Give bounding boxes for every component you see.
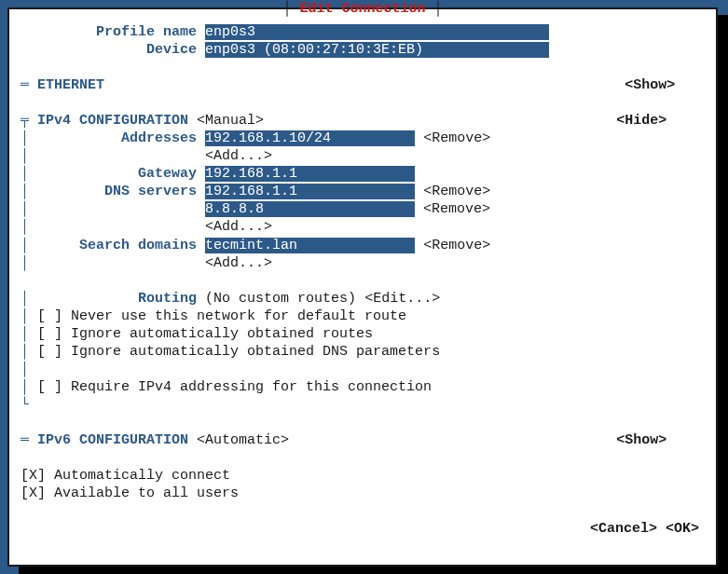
edit-connection-window: ┤ Edit Connection ├ Profile name enp0s3 … — [7, 7, 718, 567]
ignore-routes-checkbox[interactable]: [ ] — [37, 326, 62, 342]
ipv6-show-button[interactable]: <Show> — [616, 432, 666, 448]
require-ipv4-label: Require IPv4 addressing for this connect… — [71, 379, 432, 395]
dns2-input[interactable]: 8.8.8.8 — [205, 201, 415, 217]
ipv6-mode-select[interactable]: <Automatic> — [197, 432, 289, 448]
require-ipv4-checkbox[interactable]: [ ] — [37, 379, 62, 395]
gateway-input[interactable]: 192.168.1.1 — [205, 166, 415, 182]
search-domains-label: Search domains — [79, 238, 197, 253]
ipv4-section-marker: ╤ — [21, 113, 29, 129]
ipv4-section-end: └ — [21, 397, 29, 413]
dns1-input[interactable]: 192.168.1.1 — [205, 184, 415, 199]
ipv6-section-marker: ═ — [21, 432, 29, 448]
title-border-left: ┤ — [282, 1, 299, 17]
never-default-checkbox[interactable]: [ ] — [37, 308, 62, 324]
address-remove-button[interactable]: <Remove> — [423, 130, 490, 146]
search-add-button[interactable]: <Add...> — [205, 255, 272, 271]
routing-label: Routing — [138, 291, 197, 307]
profile-name-input[interactable]: enp0s3 — [205, 24, 549, 40]
never-default-label: Never use this network for default route — [71, 308, 406, 324]
ipv4-hide-button[interactable]: <Hide> — [616, 113, 666, 129]
address-add-button[interactable]: <Add...> — [205, 148, 272, 164]
dns2-remove-button[interactable]: <Remove> — [423, 201, 490, 217]
gateway-label: Gateway — [138, 166, 197, 182]
device-input[interactable]: enp0s3 (08:00:27:10:3E:EB) — [205, 42, 549, 58]
ethernet-header: ETHERNET — [37, 77, 104, 93]
ok-button[interactable]: <OK> — [666, 521, 699, 537]
routing-edit-button[interactable]: <Edit...> — [364, 291, 440, 307]
dns-servers-label: DNS servers — [104, 184, 197, 199]
profile-name-label: Profile name — [96, 24, 197, 40]
auto-connect-label: Automatically connect — [54, 468, 230, 484]
ignore-routes-label: Ignore automatically obtained routes — [71, 326, 373, 342]
ipv4-header: IPv4 CONFIGURATION — [37, 113, 188, 129]
dns1-remove-button[interactable]: <Remove> — [423, 184, 490, 199]
ethernet-show-button[interactable]: <Show> — [625, 77, 675, 93]
ipv4-mode-select[interactable]: <Manual> — [197, 113, 264, 129]
title-border-right: ├ — [426, 1, 443, 17]
ethernet-section-marker: ═ — [21, 77, 29, 93]
window-title: Edit Connection — [299, 1, 425, 17]
cancel-button[interactable]: <Cancel> — [590, 521, 657, 537]
address-input[interactable]: 192.168.1.10/24 — [205, 130, 415, 146]
addresses-label: Addresses — [121, 130, 197, 146]
search-remove-button[interactable]: <Remove> — [423, 238, 490, 253]
dns-add-button[interactable]: <Add...> — [205, 219, 272, 235]
device-label: Device — [146, 42, 197, 58]
routing-value: (No custom routes) — [205, 291, 356, 307]
ignore-dns-checkbox[interactable]: [ ] — [37, 344, 62, 360]
all-users-checkbox[interactable]: [X] — [21, 485, 46, 501]
auto-connect-checkbox[interactable]: [X] — [21, 468, 46, 484]
search-domain-input[interactable]: tecmint.lan — [205, 238, 415, 253]
ignore-dns-label: Ignore automatically obtained DNS parame… — [71, 344, 440, 360]
ipv6-header: IPv6 CONFIGURATION — [37, 432, 188, 448]
all-users-label: Available to all users — [54, 485, 239, 501]
